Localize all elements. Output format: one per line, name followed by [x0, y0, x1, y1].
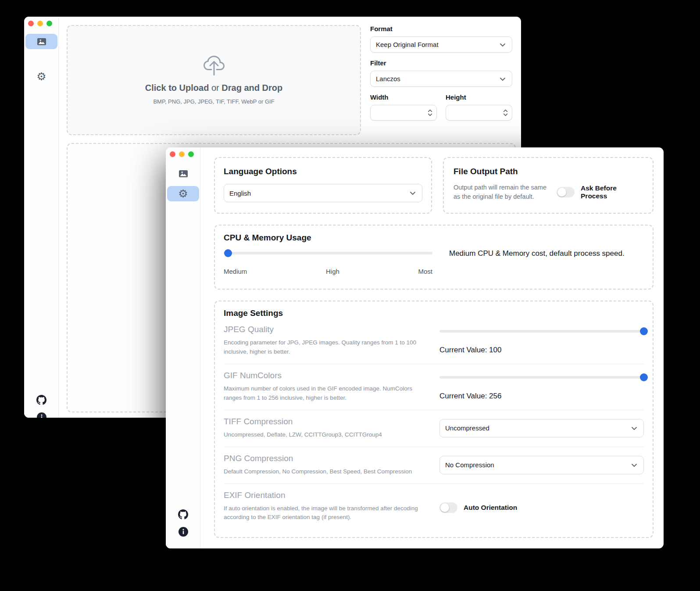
format-label: Format: [370, 25, 512, 32]
window-controls: [170, 151, 194, 157]
zoom-button[interactable]: [188, 151, 194, 157]
cpu-status-text: Medium CPU & Memory cost, default proces…: [449, 243, 644, 275]
sidebar-item-settings[interactable]: ⚙: [25, 69, 57, 84]
cpu-slider-ticks: Medium High Most: [224, 268, 432, 275]
ask-before-process-toggle[interactable]: [557, 187, 575, 197]
gif-numcolors-name: GIF NumColors: [224, 371, 422, 380]
chevron-down-icon: [630, 461, 638, 469]
slider-thumb[interactable]: [640, 373, 648, 381]
github-icon: [36, 395, 46, 405]
stepper-up-down-icon[interactable]: [503, 108, 508, 118]
minimize-button[interactable]: [37, 21, 43, 26]
tiff-compression-select[interactable]: Uncompressed: [439, 419, 644, 437]
sidebar-item-settings[interactable]: ⚙: [167, 186, 199, 201]
png-compression-description: Default Compression, No Compression, Bes…: [224, 467, 422, 476]
chevron-down-icon: [409, 189, 417, 197]
language-options-title: Language Options: [224, 167, 422, 176]
close-button[interactable]: [28, 21, 34, 26]
upload-title: Click to Upload or Drag and Drop: [145, 83, 282, 93]
image-settings-title: Image Settings: [224, 308, 644, 318]
sidebar-item-images[interactable]: [167, 166, 199, 181]
cloud-upload-icon: [204, 56, 225, 77]
zoom-button[interactable]: [46, 21, 52, 26]
image-icon: [179, 169, 188, 179]
cpu-memory-section: CPU & Memory Usage Medium High Most: [214, 225, 654, 290]
ask-before-process-label: Ask Before Process: [581, 184, 643, 200]
image-icon: [37, 37, 46, 47]
cpu-memory-slider[interactable]: [224, 249, 432, 257]
about-button[interactable]: [24, 412, 59, 418]
gif-numcolors-row: GIF NumColors Maximum number of colors u…: [224, 364, 644, 410]
gif-numcolors-slider[interactable]: [439, 373, 644, 381]
sidebar: ⚙: [24, 17, 59, 418]
filter-select[interactable]: Lanczos: [370, 71, 512, 87]
file-output-description: Output path will remain the same as the …: [454, 183, 550, 201]
chevron-down-icon: [499, 75, 507, 83]
chevron-down-icon: [499, 41, 507, 49]
cpu-memory-title: CPU & Memory Usage: [224, 233, 644, 243]
png-compression-select[interactable]: No Compression: [439, 456, 644, 474]
slider-thumb[interactable]: [640, 327, 648, 335]
tiff-compression-description: Uncompressed, Deflate, LZW, CCITTGroup3,…: [224, 430, 422, 440]
jpeg-quality-row: JPEG Quality Encoding parameter for JPG,…: [224, 318, 644, 364]
language-select[interactable]: English: [224, 184, 422, 202]
png-compression-row: PNG Compression Default Compression, No …: [224, 447, 644, 484]
window-controls: [28, 21, 52, 26]
upload-supported-formats: BMP, PNG, JPG, JPEG, TIF, TIFF, WebP or …: [153, 98, 274, 105]
gear-icon: ⚙: [178, 188, 188, 199]
conversion-options-panel: Format Keep Original Format Filter Lancz…: [370, 25, 512, 121]
jpeg-quality-slider[interactable]: [439, 327, 644, 335]
exif-orientation-description: If auto orientation is enabled, the imag…: [224, 504, 422, 523]
file-output-path-section: File Output Path Output path will remain…: [443, 157, 654, 214]
filter-label: Filter: [370, 59, 512, 67]
sidebar: ⚙: [166, 147, 200, 548]
jpeg-quality-current-value: Current Value: 100: [439, 346, 644, 355]
settings-window: ⚙ Language Options Engli: [166, 147, 664, 548]
gear-icon: ⚙: [36, 71, 46, 82]
minimize-button[interactable]: [179, 151, 185, 157]
auto-orientation-label: Auto Orientation: [464, 504, 517, 512]
exif-orientation-row: EXIF Orientation If auto orientation is …: [224, 484, 644, 530]
tiff-compression-name: TIFF Compression: [224, 417, 422, 426]
upload-dropzone[interactable]: Click to Upload or Drag and Drop BMP, PN…: [67, 25, 361, 135]
info-icon: [179, 527, 188, 537]
slider-thumb[interactable]: [224, 249, 232, 257]
gif-numcolors-description: Maximum number of colors used in the GIF…: [224, 384, 422, 403]
language-options-section: Language Options English: [214, 157, 432, 214]
auto-orientation-toggle[interactable]: [439, 502, 457, 513]
width-label: Width: [370, 93, 437, 101]
jpeg-quality-description: Encoding parameter for JPG, JPEG images.…: [224, 338, 422, 357]
image-settings-section: Image Settings JPEG Quality Encoding par…: [214, 301, 654, 538]
about-button[interactable]: [166, 527, 200, 537]
exif-orientation-name: EXIF Orientation: [224, 491, 422, 500]
github-link[interactable]: [24, 395, 59, 405]
stepper-up-down-icon[interactable]: [427, 108, 433, 118]
png-compression-name: PNG Compression: [224, 454, 422, 463]
height-label: Height: [446, 93, 512, 101]
sidebar-item-images[interactable]: [25, 34, 57, 49]
desktop-background: ⚙ Click to Upload or Drag and Drop: [0, 0, 700, 591]
gif-numcolors-current-value: Current Value: 256: [439, 392, 644, 401]
height-input[interactable]: [446, 105, 512, 121]
chevron-down-icon: [630, 424, 638, 432]
tiff-compression-row: TIFF Compression Uncompressed, Deflate, …: [224, 410, 644, 447]
settings-content: Language Options English File Output Pat…: [200, 147, 664, 548]
info-icon: [37, 412, 46, 418]
width-input[interactable]: [370, 105, 437, 121]
format-select[interactable]: Keep Original Format: [370, 36, 512, 53]
jpeg-quality-name: JPEG Quality: [224, 325, 422, 334]
github-link[interactable]: [166, 509, 200, 519]
close-button[interactable]: [170, 151, 175, 157]
file-output-path-title: File Output Path: [454, 167, 643, 176]
github-icon: [178, 509, 188, 519]
